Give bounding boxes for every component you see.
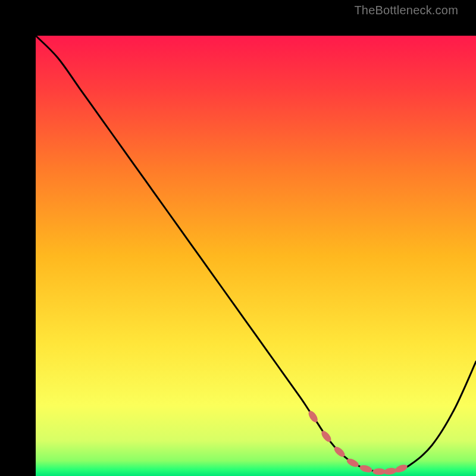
plot-area bbox=[36, 36, 476, 476]
watermark-text: TheBottleneck.com bbox=[354, 4, 458, 17]
valley-dot bbox=[394, 463, 409, 474]
chart-frame bbox=[18, 18, 458, 458]
valley-dot bbox=[359, 464, 373, 474]
bottleneck-curve bbox=[36, 36, 476, 476]
valley-dot bbox=[383, 467, 397, 475]
